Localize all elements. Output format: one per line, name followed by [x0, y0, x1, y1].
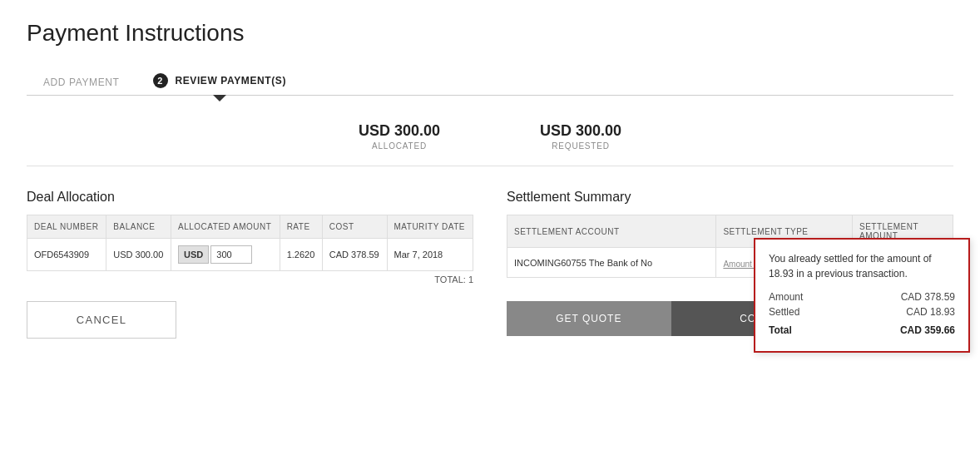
col-settlement-account: SETTLEMENT ACCOUNT [507, 215, 716, 248]
allocated-value: USD 300.00 [359, 122, 440, 140]
amounts-row: USD 300.00 ALLOCATED USD 300.00 REQUESTE… [27, 116, 953, 166]
tab-badge: 2 [153, 73, 168, 88]
amount-input[interactable] [210, 245, 252, 264]
deal-total-value: 1 [468, 274, 473, 284]
tab-add-payment-label: ADD PAYMENT [43, 77, 120, 88]
tooltip-amount-row: Amount CAD 378.59 [769, 291, 955, 303]
table-row: OFD6543909 USD 300.00 USD 1.2620 CAD 378… [27, 239, 473, 271]
usd-input-group: USD [178, 245, 273, 264]
cost-cell: CAD 378.59 [322, 239, 387, 271]
settlement-summary-section: Settlement Summary SETTLEMENT ACCOUNT SE… [507, 190, 953, 339]
tabs-bar: ADD PAYMENT 2 REVIEW PAYMENT(S) [27, 67, 953, 96]
balance-cell: USD 300.00 [106, 239, 171, 271]
allocated-block: USD 300.00 ALLOCATED [359, 122, 440, 151]
col-cost: COST [322, 215, 387, 239]
tooltip-settled-label: Settled [769, 306, 799, 318]
tooltip-total-row: Total CAD 359.66 [769, 324, 955, 336]
deal-number-cell: OFD6543909 [27, 239, 106, 271]
tooltip-total-value: CAD 359.66 [900, 324, 955, 336]
tab-review-payment[interactable]: 2 REVIEW PAYMENT(S) [136, 67, 303, 95]
tab-add-payment[interactable]: ADD PAYMENT [27, 70, 136, 95]
tooltip-amount-label: Amount [769, 291, 803, 303]
tooltip-settled-value: CAD 18.93 [906, 306, 955, 318]
tooltip-total-label: Total [769, 324, 792, 336]
col-rate: RATE [280, 215, 322, 239]
settlement-summary-title: Settlement Summary [507, 190, 953, 205]
cancel-button[interactable]: CANCEL [27, 301, 176, 339]
col-deal-number: DEAL NUMBER [27, 215, 106, 239]
deal-total-label: TOTAL: [434, 274, 466, 284]
requested-label: REQUESTED [540, 141, 621, 151]
col-allocated-amount: ALLOCATED AMOUNT [171, 215, 280, 239]
tab-review-payment-label: REVIEW PAYMENT(S) [175, 75, 286, 87]
requested-value: USD 300.00 [540, 122, 621, 140]
deal-total-row: TOTAL: 1 [27, 271, 473, 284]
get-quote-button[interactable]: GET QUOTE [507, 301, 671, 336]
allocated-label: ALLOCATED [359, 141, 440, 151]
requested-block: USD 300.00 REQUESTED [540, 122, 621, 151]
page-wrapper: Payment Instructions ADD PAYMENT 2 REVIE… [0, 0, 980, 455]
maturity-date-cell: Mar 7, 2018 [387, 239, 473, 271]
col-maturity-date: MATURITY DATE [387, 215, 473, 239]
tooltip-text: You already settled for the amount of 18… [769, 251, 955, 281]
deal-allocation-title: Deal Allocation [27, 190, 473, 205]
settlement-account-cell: INCOMING60755 The Bank of No [507, 248, 716, 278]
col-balance: BALANCE [106, 215, 171, 239]
rate-cell: 1.2620 [280, 239, 322, 271]
deal-allocation-table: DEAL NUMBER BALANCE ALLOCATED AMOUNT RAT… [27, 215, 473, 271]
main-content: Deal Allocation DEAL NUMBER BALANCE ALLO… [27, 190, 953, 339]
deal-allocation-section: Deal Allocation DEAL NUMBER BALANCE ALLO… [27, 190, 473, 339]
tooltip-amount-value: CAD 378.59 [901, 291, 955, 303]
currency-box: USD [178, 245, 209, 264]
page-title: Payment Instructions [27, 20, 953, 47]
tooltip-popup: You already settled for the amount of 18… [754, 238, 970, 353]
allocated-amount-cell: USD [171, 239, 280, 271]
tooltip-settled-row: Settled CAD 18.93 [769, 306, 955, 318]
